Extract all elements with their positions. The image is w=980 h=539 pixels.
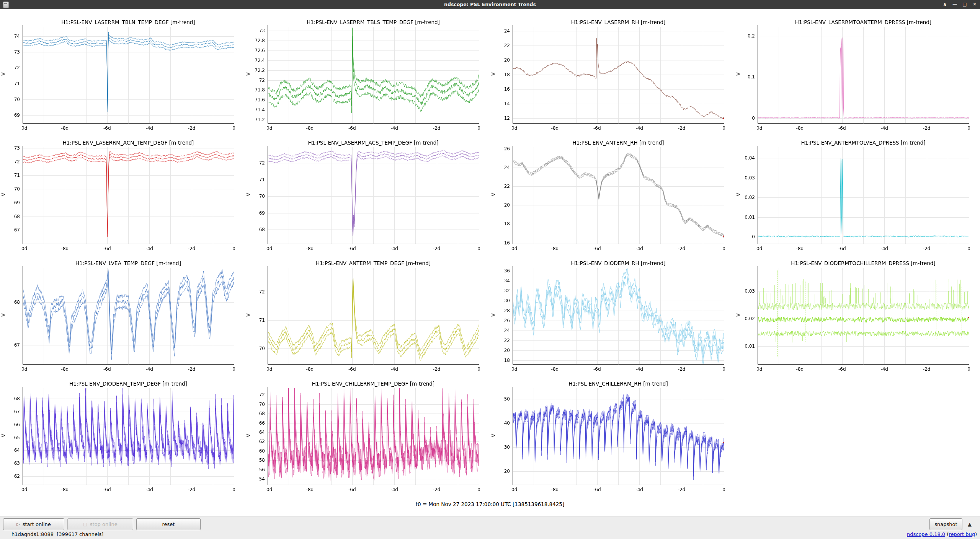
plot-canvas[interactable] xyxy=(490,250,735,371)
plot-title: H1:PSL-ENV_LASERRM_TBLS_TEMP_DEGF [m-tre… xyxy=(268,19,479,25)
plot-cell: H1:PSL-ENV_ANTERM_RH [m-trend]V xyxy=(490,130,735,250)
plot-canvas[interactable] xyxy=(0,9,245,130)
plot-canvas[interactable] xyxy=(490,130,735,250)
plot-title: H1:PSL-ENV_CHILLERRM_TEMP_DEGF [m-trend] xyxy=(268,381,479,387)
server-status: h1daqnds1:8088 [399617 channels] xyxy=(11,531,103,537)
plot-cell: H1:PSL-ENV_DIODERM_RH [m-trend]V xyxy=(490,250,735,371)
y-axis-label: V xyxy=(735,72,741,76)
paren-close: ) xyxy=(975,531,977,537)
plot-cell: H1:PSL-ENV_LASERRMTOANTERM_DPRESS [m-tre… xyxy=(735,9,980,130)
start-online-label: start online xyxy=(23,521,51,527)
plot-cell: H1:PSL-ENV_CHILLERRM_RH [m-trend]V xyxy=(490,371,735,491)
plot-title: H1:PSL-ENV_ANTERM_RH [m-trend] xyxy=(513,140,724,146)
bottom-toolbar: ▷ start online □ stop online reset snaps… xyxy=(0,516,980,539)
version-info: ndscope 0.18.0 (report bug) xyxy=(907,531,977,537)
plot-cell: H1:PSL-ENV_ANTERM_TEMP_DEGF [m-trend]V xyxy=(245,250,490,371)
y-axis-label: V xyxy=(0,193,6,196)
version-link[interactable]: ndscope 0.18.0 xyxy=(907,531,945,537)
plot-canvas[interactable] xyxy=(735,250,980,371)
plot-cell: H1:PSL-ENV_LVEA_TEMP_DEGF [m-trend]V xyxy=(0,250,245,371)
y-axis-label: V xyxy=(0,434,6,437)
plot-cell: H1:PSL-ENV_DIODERM_TEMP_DEGF [m-trend]V xyxy=(0,371,245,491)
y-axis-label: V xyxy=(245,434,251,437)
minimize-icon[interactable]: — xyxy=(952,1,958,8)
plot-canvas[interactable] xyxy=(0,371,245,491)
plot-cell: H1:PSL-ENV_CHILLERRM_TEMP_DEGF [m-trend]… xyxy=(245,371,490,491)
plot-title: H1:PSL-ENV_LASERRMTOANTERM_DPRESS [m-tre… xyxy=(758,19,969,25)
plot-cell: H1:PSL-ENV_ANTERMTOLVEA_DPRESS [m-trend]… xyxy=(735,130,980,250)
y-axis-label: V xyxy=(490,193,496,196)
plot-grid: H1:PSL-ENV_LASERRM_TBLN_TEMP_DEGF [m-tre… xyxy=(0,9,980,491)
stop-icon: □ xyxy=(83,522,87,527)
plot-title: H1:PSL-ENV_LASERRM_RH [m-trend] xyxy=(513,19,724,25)
plot-canvas[interactable] xyxy=(245,130,490,250)
expand-panel-icon[interactable]: ▲ xyxy=(968,521,972,527)
y-axis-label: V xyxy=(490,72,496,76)
window-controls: ∧ — □ ✕ xyxy=(942,1,978,8)
y-axis-label: V xyxy=(490,434,496,437)
y-axis-label: V xyxy=(735,193,741,196)
plot-cell: H1:PSL-ENV_LASERRM_ACN_TEMP_DEGF [m-tren… xyxy=(0,130,245,250)
plot-cell: H1:PSL-ENV_LASERRM_TBLS_TEMP_DEGF [m-tre… xyxy=(245,9,490,130)
y-axis-label: V xyxy=(735,313,741,317)
y-axis-label: V xyxy=(245,72,251,76)
plot-canvas[interactable] xyxy=(490,9,735,130)
plot-title: H1:PSL-ENV_ANTERM_TEMP_DEGF [m-trend] xyxy=(268,260,479,266)
start-online-button[interactable]: ▷ start online xyxy=(3,518,64,530)
plot-title: H1:PSL-ENV_LASERRM_ACN_TEMP_DEGF [m-tren… xyxy=(23,140,234,146)
y-axis-label: V xyxy=(0,72,6,76)
y-axis-label: V xyxy=(0,313,6,317)
plot-canvas[interactable] xyxy=(490,371,735,491)
reset-button[interactable]: reset xyxy=(136,518,201,530)
plot-title: H1:PSL-ENV_DIODERM_TEMP_DEGF [m-trend] xyxy=(23,381,234,387)
window-titlebar: ndscope: PSL Environment Trends ∧ — □ ✕ xyxy=(0,0,980,10)
stop-online-button: □ stop online xyxy=(67,518,133,530)
plot-title: H1:PSL-ENV_ANTERMTOLVEA_DPRESS [m-trend] xyxy=(758,140,969,146)
plot-title: H1:PSL-ENV_DIODERM_RH [m-trend] xyxy=(513,260,724,266)
window-title: ndscope: PSL Environment Trends xyxy=(0,2,980,7)
plot-canvas[interactable] xyxy=(245,371,490,491)
plot-canvas[interactable] xyxy=(0,250,245,371)
stop-online-label: stop online xyxy=(90,521,118,527)
plot-canvas[interactable] xyxy=(735,130,980,250)
plot-title: H1:PSL-ENV_LASERRM_TBLN_TEMP_DEGF [m-tre… xyxy=(23,19,234,25)
close-icon[interactable]: ✕ xyxy=(972,1,978,8)
plot-canvas[interactable] xyxy=(245,250,490,371)
plot-title: H1:PSL-ENV_LVEA_TEMP_DEGF [m-trend] xyxy=(23,260,234,266)
plot-canvas[interactable] xyxy=(0,130,245,250)
plot-title: H1:PSL-ENV_LASERRM_ACS_TEMP_DEGF [m-tren… xyxy=(268,140,479,146)
snapshot-button[interactable]: snapshot xyxy=(929,518,962,530)
plot-title: H1:PSL-ENV_DIODERMTOCHILLERRM_DPRESS [m-… xyxy=(758,260,969,266)
plot-cell: H1:PSL-ENV_LASERRM_ACS_TEMP_DEGF [m-tren… xyxy=(245,130,490,250)
plot-canvas[interactable] xyxy=(245,9,490,130)
snapshot-label: snapshot xyxy=(934,521,957,527)
y-axis-label: V xyxy=(245,193,251,196)
plot-cell: H1:PSL-ENV_DIODERMTOCHILLERRM_DPRESS [m-… xyxy=(735,250,980,371)
t0-label: t0 = Mon Nov 27 2023 17:00:00 UTC [13851… xyxy=(0,501,980,507)
reset-label: reset xyxy=(162,521,175,527)
play-icon: ▷ xyxy=(16,522,20,527)
plot-title: H1:PSL-ENV_CHILLERRM_RH [m-trend] xyxy=(513,381,724,387)
maximize-icon[interactable]: □ xyxy=(962,1,968,8)
plot-canvas[interactable] xyxy=(735,9,980,130)
y-axis-label: V xyxy=(245,313,251,317)
plot-cell: H1:PSL-ENV_LASERRM_RH [m-trend]V xyxy=(490,9,735,130)
y-axis-label: V xyxy=(490,313,496,317)
report-bug-link[interactable]: report bug xyxy=(949,531,975,537)
shade-icon[interactable]: ∧ xyxy=(942,1,948,8)
plot-cell: H1:PSL-ENV_LASERRM_TBLN_TEMP_DEGF [m-tre… xyxy=(0,9,245,130)
paren-open: ( xyxy=(945,531,949,537)
